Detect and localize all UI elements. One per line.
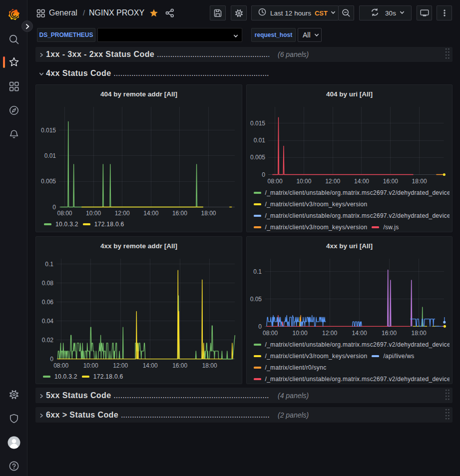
svg-text:12:00: 12:00 xyxy=(322,330,337,337)
svg-text:16:00: 16:00 xyxy=(383,178,398,185)
svg-text:0: 0 xyxy=(262,171,265,178)
svg-text:18:00: 18:00 xyxy=(412,330,427,337)
svg-text:14:00: 14:00 xyxy=(143,210,158,217)
svg-text:12:00: 12:00 xyxy=(115,210,130,217)
svg-text:12:00: 12:00 xyxy=(113,362,128,369)
svg-text:18:00: 18:00 xyxy=(412,178,427,185)
svg-text:0.08: 0.08 xyxy=(42,280,54,287)
svg-text:0.01: 0.01 xyxy=(44,152,56,159)
svg-text:10:00: 10:00 xyxy=(86,210,101,217)
svg-text:0.005: 0.005 xyxy=(41,178,56,185)
svg-text:0: 0 xyxy=(258,323,262,330)
svg-text:0.1: 0.1 xyxy=(45,261,53,268)
svg-text:16:00: 16:00 xyxy=(382,330,397,337)
svg-text:16:00: 16:00 xyxy=(172,362,187,369)
svg-text:0.015: 0.015 xyxy=(250,120,265,127)
svg-text:10:00: 10:00 xyxy=(293,330,308,337)
svg-text:18:00: 18:00 xyxy=(201,210,216,217)
svg-text:16:00: 16:00 xyxy=(172,210,187,217)
svg-text:0.06: 0.06 xyxy=(42,299,54,306)
svg-text:14:00: 14:00 xyxy=(143,362,158,369)
svg-text:12:00: 12:00 xyxy=(325,178,340,185)
svg-text:08:00: 08:00 xyxy=(53,362,68,369)
svg-text:0.005: 0.005 xyxy=(250,154,265,161)
svg-text:18:00: 18:00 xyxy=(202,362,217,369)
svg-text:0: 0 xyxy=(50,356,53,363)
svg-text:0.01: 0.01 xyxy=(254,137,266,144)
svg-text:08:00: 08:00 xyxy=(268,178,283,185)
svg-text:14:00: 14:00 xyxy=(352,330,367,337)
svg-text:0.1: 0.1 xyxy=(253,268,262,275)
svg-text:0.015: 0.015 xyxy=(41,127,56,134)
svg-text:08:00: 08:00 xyxy=(57,210,72,217)
svg-text:0.02: 0.02 xyxy=(42,337,54,344)
svg-text:10:00: 10:00 xyxy=(83,362,98,369)
svg-text:08:00: 08:00 xyxy=(263,330,278,337)
svg-text:10:00: 10:00 xyxy=(296,178,311,185)
svg-text:0.05: 0.05 xyxy=(250,296,262,303)
svg-text:14:00: 14:00 xyxy=(354,178,369,185)
svg-text:0: 0 xyxy=(52,204,56,211)
svg-text:0.04: 0.04 xyxy=(42,318,54,325)
